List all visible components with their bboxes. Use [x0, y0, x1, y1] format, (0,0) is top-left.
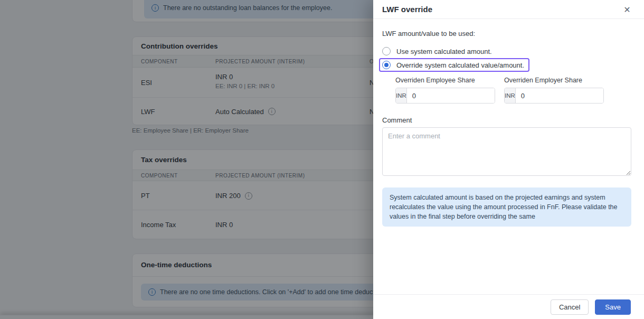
system-calculation-note: System calculated amount is based on the…: [382, 187, 631, 227]
radio-option-label: Use system calculated amount.: [396, 48, 492, 55]
comment-input[interactable]: [382, 127, 631, 176]
radio-icon-checked[interactable]: [382, 61, 391, 69]
highlight-box: Override system calculated value/amount.: [379, 58, 529, 72]
employee-share-label: Overriden Employee Share: [395, 77, 495, 84]
modal-header: LWF override: [373, 0, 644, 19]
currency-prefix: INR: [505, 88, 516, 103]
lwf-question-label: LWF amount/value to be used:: [382, 30, 631, 37]
employee-share-group: Overriden Employee Share INR: [395, 77, 495, 104]
employee-share-input[interactable]: [407, 88, 495, 103]
currency-prefix: INR: [396, 88, 407, 103]
employee-share-input-group: INR: [395, 88, 495, 104]
comment-label: Comment: [382, 116, 631, 124]
modal-title: LWF override: [382, 5, 432, 14]
modal-footer: Cancel Save: [373, 294, 644, 319]
close-icon[interactable]: ✕: [621, 3, 633, 16]
employer-share-group: Overriden Employer Share INR: [504, 77, 604, 104]
radio-icon[interactable]: [382, 47, 391, 55]
radio-option-override-system[interactable]: Override system calculated value/amount.: [382, 60, 524, 70]
employer-share-input-group: INR: [504, 88, 604, 104]
radio-option-use-system[interactable]: Use system calculated amount.: [382, 46, 631, 57]
share-inputs-row: Overriden Employee Share INR Overriden E…: [395, 77, 631, 104]
employer-share-label: Overriden Employer Share: [504, 77, 604, 84]
cancel-button[interactable]: Cancel: [551, 299, 589, 315]
radio-option-label: Override system calculated value/amount.: [396, 61, 524, 69]
employer-share-input[interactable]: [516, 88, 604, 103]
modal-body: LWF amount/value to be used: Use system …: [373, 19, 644, 227]
save-button[interactable]: Save: [595, 299, 631, 315]
lwf-override-modal: LWF override ✕ LWF amount/value to be us…: [373, 0, 644, 319]
